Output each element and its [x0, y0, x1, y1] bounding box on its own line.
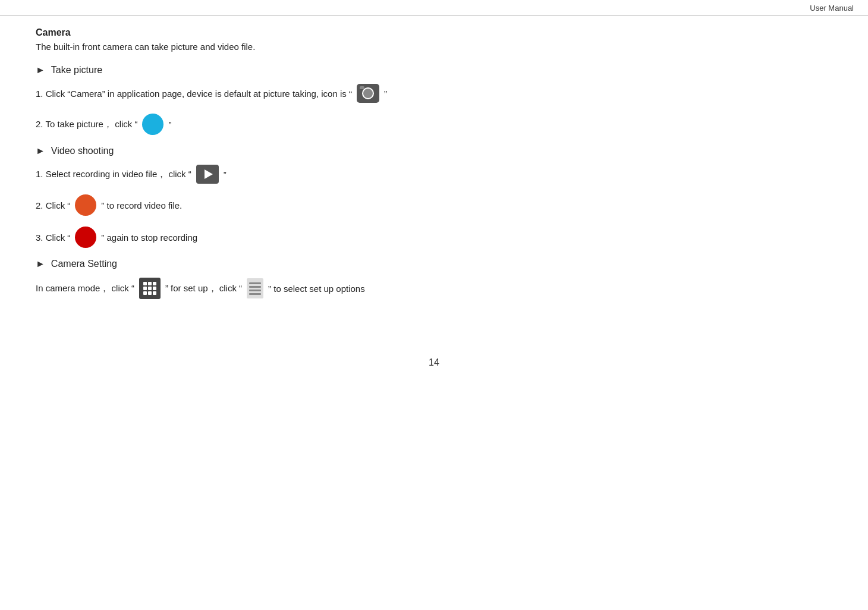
list-icon: [247, 278, 263, 298]
video-step3: 3. Click “ ” again to stop recording: [36, 227, 832, 248]
orange-circle-icon: [75, 194, 96, 216]
vstep2-text-before: 2. Click “: [36, 200, 70, 210]
grid-cell-2: [148, 282, 152, 285]
red-circle-icon: [75, 227, 96, 248]
cstep1-text-middle: ” for set up， click “: [165, 283, 242, 294]
grid-cell-3: [153, 282, 156, 285]
subsection-camera-setting: ► Camera Setting: [36, 259, 832, 269]
video-step2: 2. Click “ ” to record video file.: [36, 194, 832, 216]
header-label: User Manual: [810, 4, 854, 12]
vstep3-text-before: 3. Click “: [36, 232, 70, 243]
step2-text-before: 2. To take picture， click “: [36, 119, 137, 130]
list-line-1: [249, 282, 261, 284]
grid-cell-8: [148, 291, 152, 295]
subsection-title-take-picture: Take picture: [51, 65, 102, 76]
page-header: User Manual: [0, 0, 868, 15]
camera-icon: [357, 84, 379, 103]
camera-setting-step1: In camera mode， click “ ” for set up， cl…: [36, 278, 832, 299]
grid-cell-6: [153, 287, 156, 290]
take-picture-step2: 2. To take picture， click “ ”: [36, 114, 832, 135]
step1-text-after: ”: [384, 89, 387, 99]
cstep1-text-before: In camera mode， click “: [36, 283, 134, 294]
video-camera-icon: [196, 165, 219, 184]
subsection-title-video: Video shooting: [51, 146, 114, 156]
bullet-arrow-2: ►: [36, 146, 45, 156]
grid-cell-7: [143, 291, 147, 295]
section-title: Camera: [36, 27, 832, 38]
step2-text-after: ”: [168, 120, 171, 130]
bullet-arrow-1: ►: [36, 65, 45, 76]
subsection-title-setting: Camera Setting: [51, 259, 117, 269]
grid-cell-5: [148, 287, 152, 290]
grid-cell-4: [143, 287, 147, 290]
grid-cell-1: [143, 282, 147, 285]
vstep3-text-after: ” again to stop recording: [101, 232, 197, 243]
vstep1-text-after: ”: [224, 169, 227, 180]
subsection-video-shooting: ► Video shooting: [36, 146, 832, 156]
bullet-arrow-3: ►: [36, 259, 45, 269]
cstep1-text-after: ” to select set up options: [268, 284, 365, 294]
list-line-4: [249, 293, 261, 295]
step1-text-before: 1. Click “Camera” in application page, d…: [36, 89, 352, 99]
main-content: Camera The built-in front camera can tak…: [0, 21, 868, 334]
vstep1-text-before: 1. Select recording in video file， click…: [36, 169, 191, 180]
video-step1: 1. Select recording in video file， click…: [36, 165, 832, 184]
section-intro: The built-in front camera can take pictu…: [36, 42, 832, 52]
grid-inner: [143, 282, 156, 295]
subsection-take-picture: ► Take picture: [36, 65, 832, 76]
list-line-3: [249, 290, 261, 291]
vstep2-text-after: ” to record video file.: [101, 200, 182, 210]
page-number: 14: [0, 357, 868, 368]
list-line-2: [249, 286, 261, 288]
blue-circle-icon: [142, 114, 163, 135]
grid-cell-9: [153, 291, 156, 295]
take-picture-step1: 1. Click “Camera” in application page, d…: [36, 84, 832, 103]
grid-icon: [139, 278, 161, 299]
